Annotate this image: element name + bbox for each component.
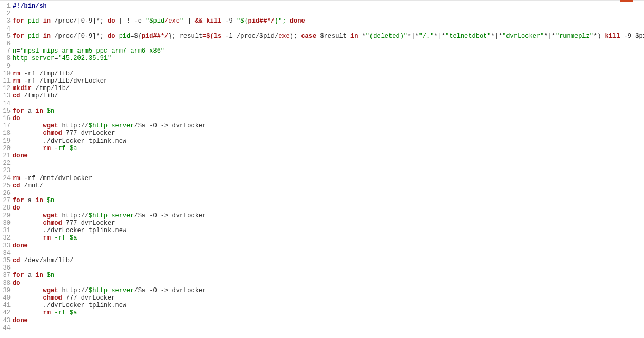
- code-line: 1#!/bin/sh: [1, 3, 643, 10]
- code-content: #!/bin/sh: [13, 3, 643, 10]
- line-number: 1: [1, 3, 11, 10]
- code-viewer: 1#!/bin/sh 2 3for pid in /proc/[0-9]*; d…: [0, 0, 644, 335]
- scroll-marker: [620, 0, 633, 2]
- code-line: 3for pid in /proc/[0-9]*; do [ ! -e "$pi…: [1, 17, 643, 25]
- code-line: 5for pid in /proc/[0-9]*; do pid=${pid##…: [1, 33, 643, 40]
